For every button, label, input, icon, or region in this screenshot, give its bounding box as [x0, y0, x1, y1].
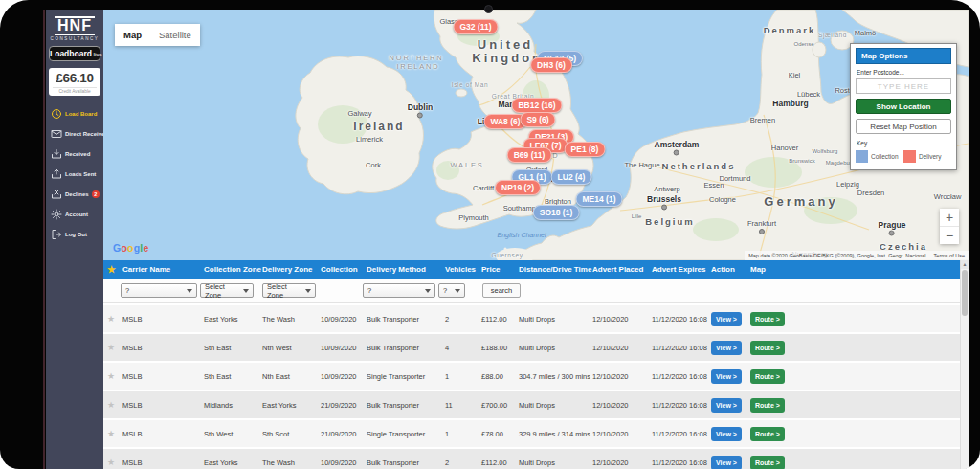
route-button[interactable]: Route >	[750, 398, 785, 413]
view-button[interactable]: View >	[711, 369, 742, 384]
cell-map: Route >	[748, 369, 969, 384]
inbox-down-icon	[51, 148, 62, 160]
cell-map: Route >	[748, 427, 969, 441]
column-header-map[interactable]: Map	[748, 265, 969, 274]
reset-map-button[interactable]: Reset Map Position	[856, 119, 951, 134]
map-label-wolfsburg: Wolfsburg	[813, 148, 838, 154]
table-scrollbar[interactable]: ▲	[960, 260, 969, 469]
favorite-star[interactable]: ★	[103, 429, 121, 438]
cell-map: Route >	[748, 456, 969, 469]
sidebar-item-label: Received	[65, 151, 90, 157]
column-header-collection[interactable]: Collection	[319, 265, 365, 274]
view-button[interactable]: View >	[711, 456, 742, 469]
column-header-delivery-method[interactable]: Delivery Method	[365, 265, 443, 274]
map-label-united: United	[478, 37, 533, 52]
route-button[interactable]: Route >	[750, 369, 785, 384]
collection-zone-select[interactable]: Select Zone	[200, 283, 254, 298]
column-header-carrier-name[interactable]: Carrier Name	[121, 265, 202, 274]
route-button[interactable]: Route >	[750, 427, 785, 441]
cell-advert-expires: 11/12/2020 16:08	[650, 430, 709, 438]
favorite-star[interactable]: ★	[103, 458, 121, 467]
column-header-advert-expires[interactable]: Advert Expires	[650, 265, 709, 274]
scrollbar-thumb[interactable]	[962, 270, 968, 316]
sidebar-item-log-out[interactable]: Log Out	[51, 229, 103, 240]
loadboard-table: ★Carrier NameCollection ZoneDelivery Zon…	[103, 260, 969, 469]
favorite-star[interactable]: ★	[103, 343, 121, 352]
sidebar-item-received[interactable]: Received	[51, 148, 103, 160]
delivery-zone-select[interactable]: Select Zone	[262, 283, 316, 298]
view-button[interactable]: View >	[711, 312, 742, 326]
map-marker-pe1-8[interactable]: PE1 (8)	[565, 142, 606, 157]
favorite-star[interactable]: ★	[103, 314, 121, 324]
favorite-star[interactable]: ★	[103, 400, 121, 410]
zoom-out-button[interactable]: −	[940, 226, 959, 244]
map-label-guernsey: Guernsey	[492, 252, 523, 258]
postcode-input[interactable]	[856, 78, 951, 94]
cell-price: £188.00	[479, 344, 517, 352]
cell-delivery-method: Bulk Transporter	[365, 315, 443, 324]
sidebar-item-loads-sent[interactable]: Loads Sent	[51, 168, 103, 180]
map-marker-g32-11[interactable]: G32 (11)	[453, 19, 498, 34]
show-location-button[interactable]: Show Location	[856, 99, 951, 114]
cell-action: View >	[709, 369, 748, 384]
map-marker-np19-2[interactable]: NP19 (2)	[495, 180, 541, 195]
google-logo[interactable]: Google	[113, 242, 148, 254]
carrier-filter-select[interactable]: ?	[121, 283, 197, 298]
map-zoom-control: + −	[940, 209, 959, 244]
favorite-star[interactable]: ★	[103, 371, 121, 381]
column-header-action[interactable]: Action	[709, 265, 748, 274]
map-marker-so18-1[interactable]: SO18 (1)	[533, 205, 580, 220]
column-header-delivery-zone[interactable]: Delivery Zone	[260, 265, 319, 274]
view-button[interactable]: View >	[711, 341, 742, 355]
map-label-belgium: Belgium	[645, 216, 694, 227]
sidebar-item-account[interactable]: Account	[51, 209, 103, 220]
postcode-label: Enter Postcode...	[857, 69, 950, 76]
cell-carrier: MSLB	[121, 430, 202, 438]
cell-collection-date: 10/09/2020	[319, 344, 365, 352]
view-button[interactable]: View >	[711, 398, 742, 413]
map-label-limerick: Limerick	[356, 135, 383, 144]
sidebar-item-declines[interactable]: Declines2	[51, 189, 103, 200]
cell-map: Route >	[748, 312, 969, 326]
map-tab[interactable]: Map	[115, 24, 150, 46]
view-button[interactable]: View >	[711, 427, 742, 441]
map-label-cork: Cork	[366, 161, 381, 169]
route-button[interactable]: Route >	[750, 341, 785, 355]
map-marker-lu2-4[interactable]: LU2 (4)	[551, 169, 592, 185]
column-header-collection-zone[interactable]: Collection Zone	[202, 265, 260, 274]
delivery-method-select[interactable]: ?	[363, 283, 435, 298]
sidebar-item-load-board[interactable]: Load Board	[51, 108, 103, 120]
column-header-price[interactable]: Price	[479, 265, 517, 274]
cell-advert-placed: 12/10/2020	[590, 430, 650, 438]
cell-collection-date: 21/09/2020	[319, 430, 365, 438]
logo-text: HNF	[55, 16, 95, 35]
map-marker-b69-11[interactable]: B69 (11)	[507, 147, 552, 163]
cell-delivery-zone: Nth West	[260, 344, 319, 352]
terms-link[interactable]: Terms of Use	[934, 253, 965, 258]
google-logo-letter: e	[143, 242, 148, 254]
map-label-isle-of-man: Isle of Man	[452, 81, 488, 88]
cell-delivery-zone: East Yorks	[260, 401, 319, 410]
map-type-control: Map Satellite	[115, 24, 200, 46]
column-header-vehicles[interactable]: Vehicles	[443, 265, 479, 274]
map-marker-bb12-16[interactable]: BB12 (16)	[511, 98, 562, 113]
route-button[interactable]: Route >	[750, 312, 785, 326]
cell-distance: 329.9 miles / 314 mins	[517, 430, 590, 438]
satellite-tab[interactable]: Satellite	[150, 24, 200, 46]
column-header-distance-drive-time[interactable]: Distance/Drive Time	[517, 265, 590, 274]
zoom-in-button[interactable]: +	[940, 209, 959, 226]
column-header-advert-placed[interactable]: Advert Placed	[590, 265, 650, 274]
map-marker-s9-6[interactable]: S9 (6)	[520, 112, 555, 127]
map-canvas[interactable]: GlasgowUnitedKingdomNORTHERNIRELANDIsle …	[103, 10, 969, 260]
map-label-kiel: Kiel	[789, 71, 801, 79]
route-button[interactable]: Route >	[750, 456, 785, 469]
cell-advert-expires: 11/12/2020 16:08	[650, 344, 709, 352]
chevron-down-icon	[305, 289, 311, 293]
map-marker-me14-1[interactable]: ME14 (1)	[576, 191, 623, 207]
scroll-up-icon[interactable]: ▲	[961, 260, 969, 269]
cell-delivery-method: Bulk Transporter	[365, 344, 443, 352]
sidebar-item-direct-received[interactable]: Direct Received1	[51, 128, 103, 140]
search-button[interactable]: search	[482, 283, 521, 298]
map-marker-dh3-6[interactable]: DH3 (6)	[530, 57, 572, 73]
vehicles-select[interactable]: ?	[438, 283, 465, 298]
